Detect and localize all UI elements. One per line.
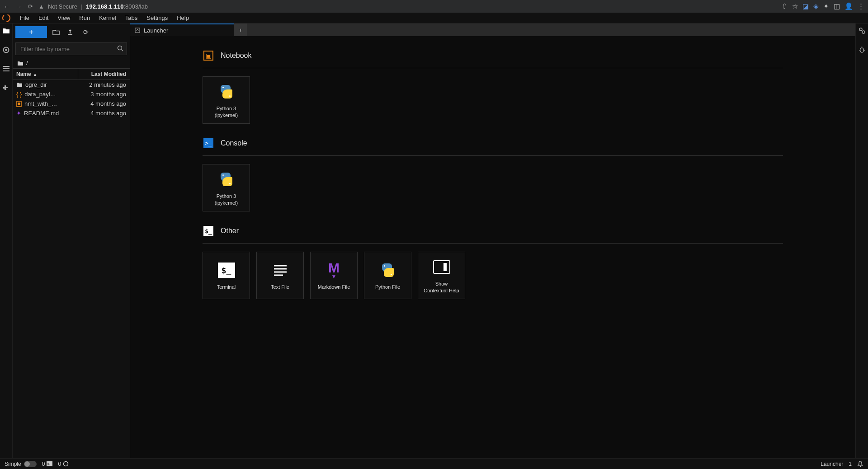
card-label: Python 3 (ipykernel) <box>213 193 240 206</box>
bookmark-icon[interactable]: ☆ <box>792 2 798 10</box>
launcher-card-markdown[interactable]: M▼ Markdown File <box>310 252 358 299</box>
address-bar[interactable]: ▲ Not Secure | 192.168.1.110:8003/lab <box>38 3 776 10</box>
tab-bar: Launcher + <box>130 23 855 36</box>
launcher-tab-icon <box>135 28 140 33</box>
extensions-icon[interactable]: ✦ <box>823 2 829 10</box>
new-folder-icon[interactable] <box>52 29 61 35</box>
extensions-tab-icon[interactable] <box>2 83 11 92</box>
simple-mode-toggle[interactable]: Simple <box>5 461 37 467</box>
menu-run[interactable]: Run <box>75 13 94 23</box>
file-filter-input[interactable] <box>15 42 127 55</box>
launcher-card-contexthelp[interactable]: Show Contextual Help <box>418 252 465 299</box>
divider <box>203 155 783 156</box>
file-row[interactable]: nmt_with_… 4 months ago <box>13 99 130 108</box>
svg-point-24 <box>64 462 68 466</box>
svg-point-16 <box>859 28 862 31</box>
svg-rect-10 <box>18 103 20 105</box>
toc-tab-icon[interactable] <box>2 64 11 73</box>
bell-icon[interactable] <box>857 461 863 467</box>
card-label: Text File <box>269 284 291 290</box>
file-name: README.md <box>24 110 59 117</box>
upload-icon[interactable] <box>67 29 76 35</box>
file-row[interactable]: ✦README.md 4 months ago <box>13 108 130 118</box>
column-modified[interactable]: Last Modified <box>78 69 130 80</box>
menu-icon[interactable]: ⋮ <box>858 2 864 10</box>
launcher-card-pythonfile[interactable]: Python File <box>364 252 411 299</box>
file-row[interactable]: ogre_dir 2 minutes ago <box>13 80 130 89</box>
launcher-section-other: $_ Other $_ Terminal Text File M▼ M <box>203 225 783 299</box>
simple-label: Simple <box>5 461 21 467</box>
menu-kernel[interactable]: Kernel <box>95 13 120 23</box>
tab-add-button[interactable]: + <box>234 23 247 36</box>
card-label: Python 3 (ipykernel) <box>213 105 240 118</box>
property-inspector-icon[interactable] <box>858 26 867 35</box>
svg-point-0 <box>3 14 10 22</box>
filebrowser-toolbar: + ⟳ <box>13 23 130 40</box>
code-file-icon: { } <box>16 91 22 98</box>
panel-icon[interactable]: ◫ <box>834 2 840 10</box>
browser-chrome: ← → ⟳ ▲ Not Secure | 192.168.1.110:8003/… <box>0 0 868 13</box>
column-name[interactable]: Name ▴ <box>13 69 78 80</box>
file-modified: 2 minutes ago <box>74 81 126 88</box>
card-label: Terminal <box>215 284 238 290</box>
launcher-card-textfile[interactable]: Text File <box>256 252 304 299</box>
svg-rect-11 <box>135 28 140 33</box>
status-count[interactable]: 1 <box>849 461 852 467</box>
dock-panel: Launcher + ▣ Notebook Python 3 (ipykerne… <box>130 23 855 458</box>
tab-launcher[interactable]: Launcher <box>130 23 234 36</box>
extension2-icon[interactable]: ◈ <box>813 2 819 10</box>
svg-point-17 <box>862 31 865 33</box>
menu-help[interactable]: Help <box>173 13 193 23</box>
file-table-header: Name ▴ Last Modified <box>13 68 130 80</box>
reload-icon[interactable]: ⟳ <box>28 3 33 10</box>
file-modified: 4 months ago <box>74 110 126 117</box>
python-icon <box>378 260 398 280</box>
textfile-icon <box>270 260 290 280</box>
launcher-card-console-python3[interactable]: Python 3 (ipykernel) <box>203 164 250 211</box>
status-terminals[interactable]: 0 $ <box>42 461 53 467</box>
menu-view[interactable]: View <box>54 13 74 23</box>
forward-icon[interactable]: → <box>16 3 22 10</box>
share-icon[interactable]: ⇧ <box>782 2 788 10</box>
search-icon <box>117 45 123 52</box>
breadcrumb-root: / <box>26 60 28 66</box>
file-name: ogre_dir <box>25 81 47 88</box>
folder-icon <box>16 82 23 87</box>
running-tab-icon[interactable] <box>2 45 11 54</box>
launcher-card-terminal[interactable]: $_ Terminal <box>203 252 250 299</box>
menu-file[interactable]: File <box>16 13 33 23</box>
url-host: 192.168.1.110 <box>86 3 123 10</box>
status-mode[interactable]: Launcher <box>821 461 843 467</box>
new-launcher-button[interactable]: + <box>15 26 47 38</box>
menu-settings[interactable]: Settings <box>143 13 171 23</box>
status-kernels[interactable]: 0 <box>58 461 69 467</box>
file-row[interactable]: { }data_payl… 3 months ago <box>13 89 130 99</box>
svg-point-25 <box>860 465 861 466</box>
launcher-card-notebook-python3[interactable]: Python 3 (ipykernel) <box>203 76 250 124</box>
filebrowser-tab-icon[interactable] <box>2 26 11 35</box>
python-icon <box>217 82 236 102</box>
kernel-status-icon <box>63 461 69 467</box>
file-filter <box>15 42 127 55</box>
main-area: + ⟳ / Name ▴ Last Modified <box>0 23 868 458</box>
file-browser-panel: + ⟳ / Name ▴ Last Modified <box>13 23 130 458</box>
markdown-file-icon: ✦ <box>16 110 21 117</box>
console-section-icon: >_ <box>203 137 214 149</box>
menu-tabs[interactable]: Tabs <box>122 13 141 23</box>
notebook-section-title: Notebook <box>221 52 252 60</box>
sort-asc-icon: ▴ <box>34 72 36 77</box>
not-secure-icon: ▲ <box>38 3 44 10</box>
refresh-icon[interactable]: ⟳ <box>81 28 90 36</box>
card-label: Show Contextual Help <box>422 281 461 294</box>
jupyter-logo-icon[interactable] <box>2 14 11 23</box>
extension-icon[interactable]: ◪ <box>802 2 809 10</box>
breadcrumb[interactable]: / <box>13 58 130 68</box>
terminal-icon: $_ <box>217 260 236 280</box>
back-icon[interactable]: ← <box>4 3 9 10</box>
svg-rect-2 <box>5 49 7 51</box>
menu-edit[interactable]: Edit <box>35 13 52 23</box>
profile-icon[interactable]: 👤 <box>844 2 853 10</box>
svg-point-18 <box>860 48 864 52</box>
file-name: data_payl… <box>24 91 56 98</box>
debugger-icon[interactable] <box>858 45 867 54</box>
